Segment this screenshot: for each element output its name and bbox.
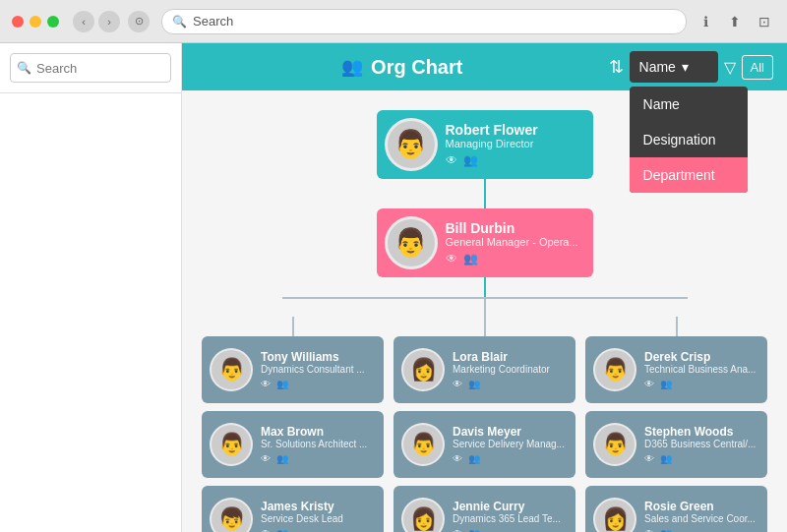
top-bar-right: ⇅ Name ▾ Name Designation Department ▽ A…	[609, 51, 773, 83]
node-robert-flower[interactable]: 👨 Robert Flower Managing Director 👁 👥	[377, 110, 593, 179]
name-robert: Robert Flower	[446, 122, 585, 138]
node-derek-crisp[interactable]: 👨 Derek Crisp Technical Business Ana... …	[585, 336, 767, 403]
v-conn-col2	[484, 317, 486, 336]
dropdown-current-label: Name	[639, 59, 676, 75]
actions-lora: 👁 👥	[453, 379, 568, 389]
node-jennie-curry[interactable]: 👩 Jennie Curry Dynamics 365 Lead Te... 👁…	[394, 486, 575, 532]
child-col-1: 👨 Tony Williams Dynamics Consultant ... …	[202, 317, 384, 532]
v-conn-col3	[676, 317, 678, 336]
view-icon[interactable]: 👁	[453, 528, 462, 532]
dropdown-toggle[interactable]: Name ▾	[630, 51, 718, 83]
minimize-button[interactable]	[30, 16, 41, 28]
nav-buttons: ‹ ›	[73, 11, 120, 32]
share-button[interactable]: ⬆	[724, 11, 746, 32]
dropdown-menu: Name Designation Department	[630, 87, 748, 193]
app-container: 🔍 👥 Org Chart ⇅ Name ▾ Name	[0, 43, 787, 532]
node-max-brown[interactable]: 👨 Max Brown Sr. Solutions Architect ... …	[202, 411, 384, 478]
h-connector-row	[282, 297, 688, 317]
name-stephen: Stephen Woods	[644, 425, 759, 439]
dropdown-item-name[interactable]: Name	[630, 87, 748, 122]
info-max: Max Brown Sr. Solutions Architect ... 👁 …	[261, 425, 384, 464]
title-max: Sr. Solutions Architect ...	[261, 439, 376, 449]
page-title: Org Chart	[371, 56, 462, 79]
name-jennie: Jennie Curry	[453, 500, 568, 513]
hierarchy-icon[interactable]: 👥	[660, 528, 672, 532]
view-icon-bill[interactable]: 👁	[446, 252, 457, 266]
title-rosie: Sales and Service Coor...	[644, 513, 759, 524]
view-icon[interactable]: 👁	[453, 453, 462, 464]
main-content: 👥 Org Chart ⇅ Name ▾ Name Designation De…	[182, 43, 787, 532]
view-icon[interactable]: 👁	[261, 453, 271, 464]
hierarchy-icon[interactable]: 👥	[660, 379, 672, 389]
hierarchy-icon[interactable]: 👥	[276, 453, 288, 464]
v-connector-2	[484, 277, 486, 297]
dropdown-item-department[interactable]: Department	[630, 157, 748, 193]
forward-button[interactable]: ›	[98, 11, 120, 32]
title-davis: Service Delivery Manag...	[453, 439, 568, 449]
back-button[interactable]: ‹	[73, 11, 94, 32]
view-icon[interactable]: 👁	[453, 379, 462, 389]
view-icon[interactable]: 👁	[261, 379, 271, 389]
title-stephen: D365 Business Central/...	[644, 439, 759, 449]
hierarchy-icon-bill[interactable]: 👥	[463, 252, 478, 266]
avatar-robert: 👨	[385, 118, 438, 171]
children-connector	[282, 277, 688, 317]
sidebar-search-input[interactable]	[10, 53, 171, 83]
node-stephen-woods[interactable]: 👨 Stephen Woods D365 Business Central/..…	[585, 411, 767, 478]
name-bill: Bill Durbin	[446, 220, 585, 236]
info-jennie: Jennie Curry Dynamics 365 Lead Te... 👁 👥	[453, 500, 575, 532]
node-rosie-green[interactable]: 👩 Rosie Green Sales and Service Coor... …	[585, 486, 767, 532]
hierarchy-icon[interactable]: 👥	[660, 453, 672, 464]
info-lora: Lora Blair Marketing Coordinator 👁 👥	[453, 350, 575, 389]
name-tony: Tony Williams	[261, 350, 376, 364]
sidebar-search-area: 🔍	[0, 43, 181, 93]
filter-button[interactable]: ▽	[724, 58, 736, 77]
view-icon[interactable]: 👁	[644, 379, 654, 389]
hierarchy-icon[interactable]: 👥	[468, 379, 480, 389]
top-bar-title: 👥 Org Chart	[196, 56, 609, 79]
avatar-davis: 👨	[401, 423, 445, 466]
actions-davis: 👁 👥	[453, 453, 568, 464]
home-button[interactable]: ⊙	[128, 11, 150, 32]
avatar-max: 👨	[210, 423, 253, 466]
info-rosie: Rosie Green Sales and Service Coor... 👁 …	[644, 500, 767, 532]
name-james: James Kristy	[261, 500, 376, 513]
maximize-button[interactable]	[47, 16, 59, 28]
sidebar: 🔍	[0, 43, 182, 532]
info-button[interactable]: ℹ	[695, 11, 716, 32]
view-icon[interactable]: 👁	[644, 453, 654, 464]
node-james-kristy[interactable]: 👦 James Kristy Service Desk Lead 👁 👥	[202, 486, 384, 532]
node-bill-durbin[interactable]: 👨 Bill Durbin General Manager - Opera...…	[377, 208, 593, 277]
actions-stephen: 👁 👥	[644, 453, 759, 464]
fullscreen-button[interactable]: ⊡	[754, 11, 775, 32]
hierarchy-icon[interactable]: 👥	[468, 528, 480, 532]
v-mid-connector	[484, 297, 486, 317]
dropdown-item-designation[interactable]: Designation	[630, 122, 748, 157]
traffic-lights	[12, 16, 59, 28]
hierarchy-icon[interactable]: 👥	[463, 153, 478, 167]
title-robert: Managing Director	[446, 138, 585, 149]
close-button[interactable]	[12, 16, 24, 28]
actions-derek: 👁 👥	[644, 379, 759, 389]
node-davis-meyer[interactable]: 👨 Davis Meyer Service Delivery Manag... …	[394, 411, 575, 478]
name-max: Max Brown	[261, 425, 376, 439]
sort-button[interactable]: ⇅	[609, 56, 624, 78]
avatar-james: 👦	[210, 498, 253, 532]
all-button[interactable]: All	[742, 55, 773, 80]
avatar-tony: 👨	[210, 348, 253, 391]
hierarchy-icon[interactable]: 👥	[276, 528, 288, 532]
view-icon[interactable]: 👁	[261, 528, 271, 532]
node-lora-blair[interactable]: 👩 Lora Blair Marketing Coordinator 👁 👥	[394, 336, 575, 403]
view-icon[interactable]: 👁	[446, 153, 457, 167]
child-col-3: 👨 Derek Crisp Technical Business Ana... …	[585, 317, 767, 532]
search-wrap: 🔍	[10, 53, 171, 83]
name-davis: Davis Meyer	[453, 425, 568, 439]
node-tony-williams[interactable]: 👨 Tony Williams Dynamics Consultant ... …	[202, 336, 384, 403]
hierarchy-icon[interactable]: 👥	[276, 379, 288, 389]
browser-chrome: ‹ › ⊙ 🔍 ℹ ⬆ ⊡	[0, 0, 787, 43]
hierarchy-icon[interactable]: 👥	[468, 453, 480, 464]
avatar-stephen: 👨	[593, 423, 636, 466]
view-icon[interactable]: 👁	[644, 528, 654, 532]
title-tony: Dynamics Consultant ...	[261, 364, 376, 375]
address-input[interactable]	[193, 14, 676, 29]
